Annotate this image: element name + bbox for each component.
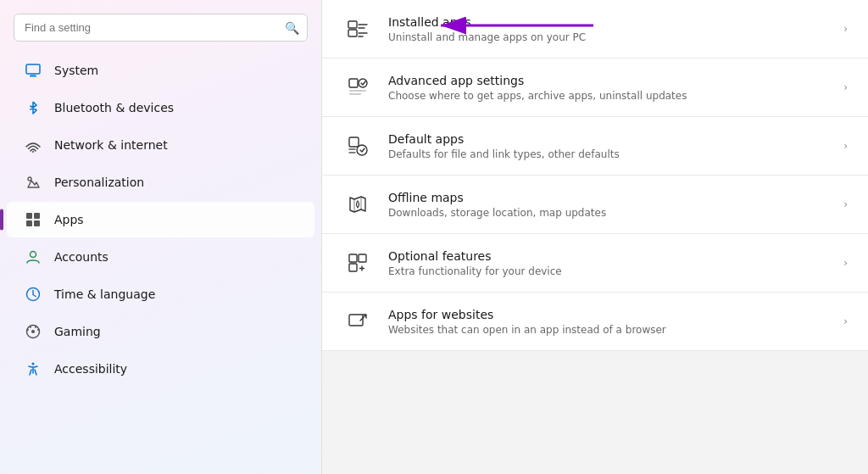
offline-maps-item[interactable]: Offline maps Downloads, storage location… — [322, 176, 868, 234]
accounts-icon — [24, 248, 42, 266]
search-input[interactable] — [14, 14, 308, 42]
default-apps-desc: Defaults for file and link types, other … — [388, 148, 828, 160]
main-settings-list: Installed apps Uninstall and manage apps… — [322, 0, 868, 351]
sidebar-item-bluetooth-label: Bluetooth & devices — [54, 101, 174, 114]
sidebar-item-system[interactable]: System — [7, 53, 314, 88]
svg-rect-28 — [349, 93, 361, 95]
offline-maps-title: Offline maps — [388, 191, 828, 204]
svg-rect-1 — [30, 75, 36, 77]
offline-maps-chevron: › — [843, 198, 848, 210]
installed-apps-text: Installed apps Uninstall and manage apps… — [388, 15, 828, 43]
optional-features-item[interactable]: Optional features Extra functionality fo… — [322, 234, 868, 293]
search-container: 🔍 — [14, 14, 308, 42]
svg-rect-2 — [31, 74, 36, 75]
default-apps-title: Default apps — [388, 132, 828, 146]
advanced-app-settings-icon — [342, 72, 373, 103]
default-apps-text: Default apps Defaults for file and link … — [388, 132, 828, 160]
apps-for-websites-title: Apps for websites — [388, 308, 828, 321]
personalization-icon — [24, 173, 42, 192]
apps-for-websites-chevron: › — [843, 315, 848, 327]
installed-apps-item[interactable]: Installed apps Uninstall and manage apps… — [322, 0, 868, 59]
advanced-app-settings-text: Advanced app settings Choose where to ge… — [388, 74, 828, 102]
apps-for-websites-icon — [342, 306, 373, 337]
apps-for-websites-text: Apps for websites Websites that can open… — [388, 308, 828, 336]
optional-features-desc: Extra functionality for your device — [388, 265, 828, 277]
sidebar-item-personalization-label: Personalization — [54, 176, 144, 189]
svg-rect-8 — [34, 220, 40, 226]
optional-features-chevron: › — [843, 257, 848, 269]
installed-apps-title: Installed apps — [388, 15, 828, 29]
advanced-app-settings-title: Advanced app settings — [388, 74, 828, 87]
apps-icon — [24, 210, 42, 229]
svg-point-30 — [357, 145, 367, 155]
sidebar-item-time-label: Time & language — [54, 287, 155, 301]
svg-point-26 — [359, 79, 367, 87]
svg-point-12 — [31, 330, 35, 333]
advanced-app-settings-item[interactable]: Advanced app settings Choose where to ge… — [322, 59, 868, 117]
sidebar-item-bluetooth[interactable]: Bluetooth & devices — [7, 90, 314, 125]
bluetooth-icon — [24, 98, 42, 117]
svg-rect-33 — [349, 254, 357, 262]
network-icon — [24, 136, 42, 154]
svg-point-16 — [37, 329, 39, 331]
svg-point-9 — [31, 252, 36, 258]
sidebar-item-accounts[interactable]: Accounts — [7, 239, 314, 275]
offline-maps-text: Offline maps Downloads, storage location… — [388, 191, 828, 219]
sidebar-item-accessibility[interactable]: Accessibility — [7, 351, 314, 387]
sidebar-item-personalization[interactable]: Personalization — [7, 165, 314, 200]
advanced-app-settings-desc: Choose where to get apps, archive apps, … — [388, 90, 828, 102]
offline-maps-icon — [342, 189, 373, 220]
svg-point-17 — [32, 363, 35, 365]
sidebar-item-network-label: Network & internet — [54, 138, 168, 152]
svg-rect-19 — [348, 21, 357, 28]
svg-rect-34 — [359, 254, 366, 262]
sidebar-item-accounts-label: Accounts — [54, 250, 108, 264]
sidebar: 🔍 System Bluetooth & devices — [0, 0, 322, 474]
svg-rect-29 — [349, 137, 359, 147]
sidebar-item-system-label: System — [54, 64, 98, 77]
accessibility-icon — [24, 360, 42, 378]
sidebar-item-network[interactable]: Network & internet — [7, 127, 314, 163]
optional-features-title: Optional features — [388, 249, 828, 263]
svg-point-14 — [30, 326, 31, 328]
optional-features-icon — [342, 248, 373, 278]
apps-for-websites-item[interactable]: Apps for websites Websites that can open… — [322, 293, 868, 351]
svg-rect-20 — [348, 30, 357, 36]
advanced-app-settings-chevron: › — [843, 81, 848, 93]
sidebar-item-gaming[interactable]: Gaming — [7, 314, 314, 349]
svg-rect-25 — [349, 79, 358, 87]
svg-rect-35 — [349, 264, 357, 271]
offline-maps-desc: Downloads, storage location, map updates — [388, 207, 828, 219]
default-apps-chevron: › — [843, 140, 848, 152]
main-content-wrapper: Installed apps Uninstall and manage apps… — [322, 0, 868, 474]
sidebar-item-gaming-label: Gaming — [54, 325, 101, 338]
search-icon: 🔍 — [285, 21, 299, 35]
gaming-icon — [24, 322, 42, 341]
svg-rect-6 — [34, 213, 40, 219]
svg-point-4 — [28, 177, 31, 181]
installed-apps-chevron: › — [843, 23, 848, 35]
svg-rect-27 — [349, 90, 366, 92]
installed-apps-icon — [342, 14, 373, 44]
svg-point-15 — [35, 326, 36, 328]
sidebar-item-accessibility-label: Accessibility — [54, 362, 127, 376]
default-apps-item[interactable]: Default apps Defaults for file and link … — [322, 117, 868, 176]
installed-apps-desc: Uninstall and manage apps on your PC — [388, 31, 828, 43]
svg-rect-0 — [26, 64, 40, 74]
time-icon — [24, 285, 42, 304]
svg-rect-7 — [26, 220, 32, 226]
optional-features-text: Optional features Extra functionality fo… — [388, 249, 828, 277]
sidebar-item-apps[interactable]: Apps — [7, 202, 314, 237]
svg-point-13 — [27, 329, 29, 331]
sidebar-item-apps-label: Apps — [54, 213, 84, 226]
system-icon — [24, 61, 42, 80]
sidebar-item-time[interactable]: Time & language — [7, 276, 314, 312]
default-apps-icon — [342, 131, 373, 161]
svg-point-3 — [32, 151, 34, 153]
apps-for-websites-desc: Websites that can open in an app instead… — [388, 324, 828, 336]
svg-rect-5 — [26, 213, 32, 219]
